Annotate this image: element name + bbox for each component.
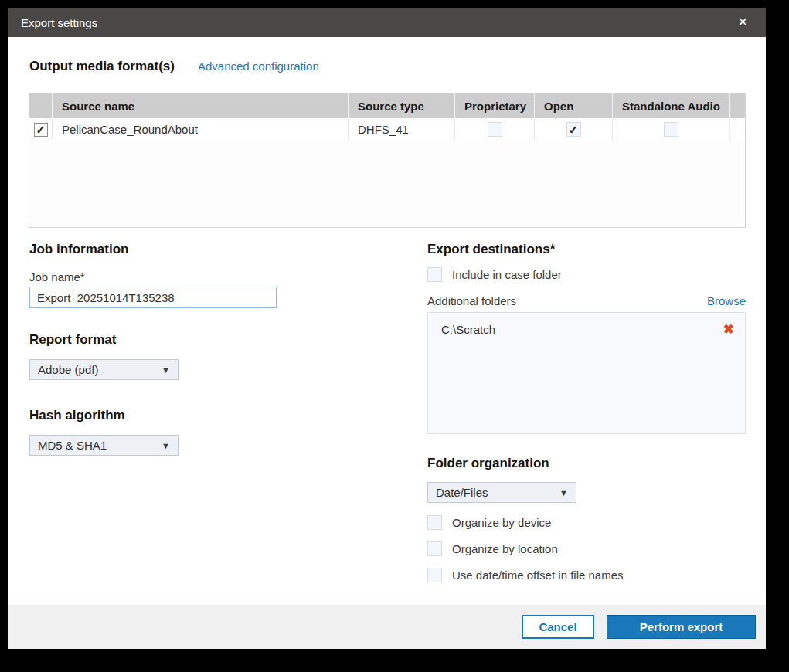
- include-case-folder-checkbox[interactable]: [427, 267, 442, 282]
- close-icon[interactable]: ✕: [733, 13, 753, 32]
- job-information-heading: Job information: [29, 242, 128, 257]
- chevron-down-icon: ▼: [162, 365, 170, 375]
- export-settings-dialog: Export settings ✕ Output media format(s)…: [8, 8, 766, 649]
- chevron-down-icon: ▼: [559, 488, 568, 497]
- job-name-label: Job name*: [29, 270, 85, 283]
- datetime-offset-label: Use date/time offset in file names: [452, 568, 624, 582]
- dialog-title: Export settings: [21, 16, 97, 29]
- organize-by-device-row: Organize by device: [427, 515, 551, 530]
- cancel-button[interactable]: Cancel: [522, 615, 594, 639]
- datetime-offset-row: Use date/time offset in file names: [427, 568, 624, 582]
- additional-folders-row: Additional folders Browse: [427, 294, 746, 307]
- proprietary-checkbox[interactable]: [488, 122, 502, 137]
- table-row: ✓ PelicanCase_RoundAbout DHFS_41 ✓: [29, 118, 745, 141]
- organize-by-device-label: Organize by device: [452, 516, 551, 529]
- header-proprietary: Proprietary: [455, 93, 535, 118]
- table-header-row: Source name Source type Proprietary Open…: [29, 93, 745, 118]
- browse-link[interactable]: Browse: [707, 294, 746, 307]
- report-format-heading: Report format: [29, 332, 116, 348]
- additional-folders-label: Additional folders: [427, 294, 516, 307]
- output-media-heading-row: Output media format(s) Advanced configur…: [29, 59, 319, 74]
- header-standalone-audio: Standalone Audio: [613, 93, 730, 118]
- advanced-configuration-link[interactable]: Advanced configuration: [198, 59, 319, 73]
- header-select-column: [29, 93, 53, 118]
- organize-by-device-checkbox[interactable]: [427, 515, 442, 530]
- hash-algorithm-heading: Hash algorithm: [29, 408, 125, 423]
- folder-organization-value: Date/Files: [436, 486, 488, 499]
- dialog-footer: Cancel Perform export: [8, 605, 766, 649]
- hash-algorithm-value: MD5 & SHA1: [38, 439, 107, 452]
- export-destinations-heading: Export destinations*: [427, 242, 555, 257]
- header-spacer: [730, 93, 745, 118]
- header-source-type: Source type: [349, 93, 455, 118]
- job-name-input[interactable]: [29, 287, 277, 308]
- datetime-offset-checkbox[interactable]: [427, 568, 442, 582]
- output-media-heading: Output media format(s): [29, 59, 175, 74]
- cell-source-name: PelicanCase_RoundAbout: [53, 118, 349, 141]
- additional-folders-list: C:\Scratch ✖: [427, 312, 746, 434]
- perform-export-button[interactable]: Perform export: [607, 615, 756, 639]
- organize-by-location-row: Organize by location: [427, 541, 558, 556]
- delete-folder-icon[interactable]: ✖: [723, 323, 734, 336]
- open-checkbox[interactable]: ✓: [566, 122, 581, 137]
- include-case-folder-label: Include in case folder: [452, 268, 562, 281]
- cell-source-type: DHFS_41: [349, 118, 455, 141]
- cell-spacer: [730, 118, 745, 141]
- report-format-dropdown[interactable]: Adobe (pdf) ▼: [29, 359, 179, 380]
- include-case-folder-row: Include in case folder: [427, 267, 562, 282]
- organize-by-location-label: Organize by location: [452, 542, 558, 555]
- folder-path: C:\Scratch: [441, 323, 495, 336]
- chevron-down-icon: ▼: [162, 441, 170, 450]
- row-select-checkbox[interactable]: ✓: [34, 123, 48, 137]
- header-source-name: Source name: [53, 93, 349, 118]
- report-format-value: Adobe (pdf): [38, 363, 98, 376]
- media-format-table: Source name Source type Proprietary Open…: [29, 93, 746, 228]
- dialog-titlebar: Export settings ✕: [8, 8, 766, 37]
- hash-algorithm-dropdown[interactable]: MD5 & SHA1 ▼: [29, 435, 179, 456]
- organize-by-location-checkbox[interactable]: [427, 541, 442, 556]
- folder-list-item: C:\Scratch ✖: [428, 313, 745, 336]
- folder-organization-dropdown[interactable]: Date/Files ▼: [427, 482, 576, 503]
- standalone-audio-checkbox[interactable]: [664, 122, 678, 137]
- folder-organization-heading: Folder organization: [427, 456, 549, 471]
- header-open: Open: [535, 93, 613, 118]
